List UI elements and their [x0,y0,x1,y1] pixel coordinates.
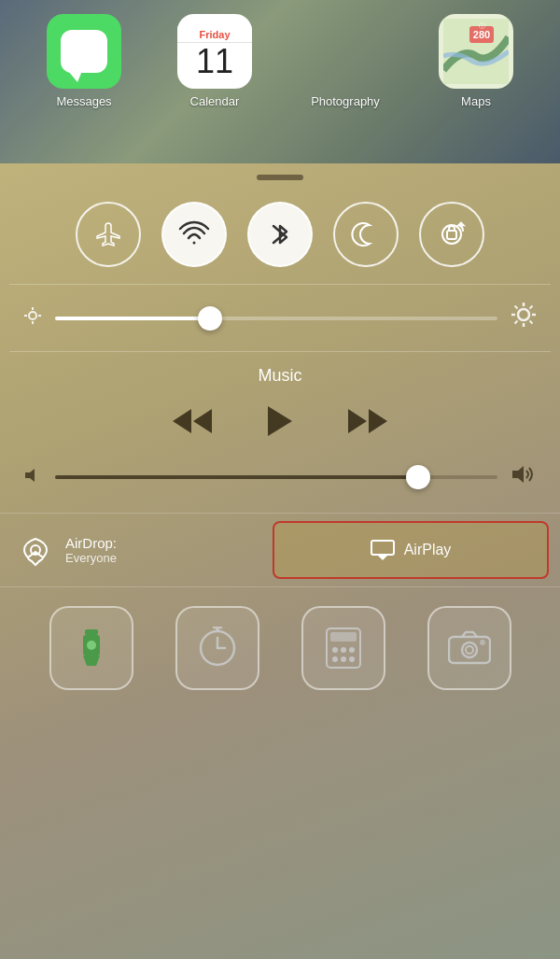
svg-text:ⓘ: ⓘ [479,22,485,29]
rotation-lock-toggle[interactable] [419,202,484,267]
svg-point-41 [332,647,338,653]
calculator-icon [326,628,361,669]
svg-point-44 [332,656,338,662]
rotation-lock-icon [437,219,467,249]
svg-rect-30 [85,629,98,635]
play-button[interactable] [266,404,294,438]
music-controls [0,404,560,452]
svg-point-42 [341,647,346,653]
svg-marker-29 [376,554,389,560]
svg-point-50 [480,640,485,645]
messages-app-icon [47,14,121,89]
clock-icon [196,627,239,670]
airdrop-text: AirDrop: Everyone [65,535,117,565]
bluetooth-icon [266,219,294,250]
volume-row [0,452,560,508]
control-center-handle[interactable] [0,163,560,188]
svg-marker-26 [512,466,524,483]
sun-small-icon [23,306,42,325]
brightness-row [0,285,560,351]
svg-line-16 [515,306,518,309]
speaker-low-icon [23,466,42,485]
volume-slider-thumb[interactable] [406,465,430,489]
brightness-max-icon [511,302,537,334]
app-calendar[interactable]: Friday 11 Calendar [163,14,266,108]
maps-app-label: Maps [461,94,491,108]
airdrop-airplay-row: AirDrop: Everyone AirPlay [0,513,560,587]
fast-forward-button[interactable] [345,407,388,435]
rewind-button[interactable] [172,407,215,435]
calendar-day: Friday [177,25,252,43]
svg-text:280: 280 [473,29,490,40]
bluetooth-toggle[interactable] [247,202,313,267]
airdrop-waves-icon [19,533,52,567]
app-photography[interactable]: Photography [294,14,397,108]
airplay-button[interactable]: AirPlay [273,521,549,579]
svg-marker-23 [348,409,367,433]
wifi-icon [178,219,210,250]
flashlight-icon [77,625,105,671]
svg-rect-5 [447,231,456,239]
calendar-date: 11 [196,43,233,78]
do-not-disturb-toggle[interactable] [333,202,399,267]
brightness-min-icon [23,306,42,330]
sun-large-icon [511,302,537,328]
airplay-icon [371,540,395,560]
timer-button[interactable] [175,606,259,690]
svg-point-4 [442,225,461,244]
svg-marker-21 [173,409,191,433]
play-icon [266,404,294,438]
svg-marker-22 [268,406,292,436]
messages-app-label: Messages [56,94,111,108]
airplane-icon [93,219,123,249]
flashlight-button[interactable] [49,606,133,690]
volume-slider-track[interactable] [55,475,497,479]
music-section: Music [0,352,560,513]
app-messages[interactable]: Messages [33,14,135,108]
quick-access-row [0,587,560,709]
svg-line-19 [530,306,533,309]
toggles-row [0,188,560,284]
svg-point-49 [466,646,473,654]
rewind-icon [172,407,215,435]
svg-line-17 [530,321,533,324]
app-maps[interactable]: 280 ⓘ Maps [425,14,527,108]
maps-svg: 280 ⓘ [443,19,509,84]
svg-rect-40 [330,632,357,642]
svg-rect-28 [371,541,394,555]
svg-marker-32 [83,656,100,666]
volume-min-icon [23,466,42,489]
airdrop-icon [19,533,52,567]
control-center: Music [0,163,560,959]
svg-point-33 [87,641,96,650]
camera-icon [448,630,491,666]
volume-max-icon [511,463,537,491]
svg-point-46 [349,656,355,662]
airdrop-sublabel: Everyone [65,551,117,565]
svg-point-11 [518,309,529,320]
airplay-label: AirPlay [404,542,452,558]
brightness-slider-fill [55,317,210,320]
svg-point-48 [462,642,477,657]
airdrop-button[interactable]: AirDrop: Everyone [0,514,273,586]
airplane-mode-toggle[interactable] [76,202,141,267]
photography-app-label: Photography [311,94,380,108]
calendar-app-icon: Friday 11 [177,14,252,89]
calendar-app-label: Calendar [190,94,240,108]
svg-line-18 [515,321,518,324]
svg-point-45 [341,656,346,662]
music-title: Music [0,366,560,386]
camera-button[interactable] [427,606,511,690]
svg-marker-20 [193,409,212,433]
wifi-toggle[interactable] [161,202,227,267]
svg-marker-25 [25,469,35,482]
messages-bubble [61,30,107,73]
speaker-high-icon [511,463,537,486]
homescreen: Messages Friday 11 Calendar Photography [0,0,560,163]
brightness-slider-thumb[interactable] [198,306,222,331]
volume-slider-fill [55,475,418,479]
calculator-button[interactable] [301,606,385,690]
brightness-slider-track[interactable] [55,317,497,320]
photography-app-icon [308,14,383,89]
airdrop-label: AirDrop: [65,535,117,551]
